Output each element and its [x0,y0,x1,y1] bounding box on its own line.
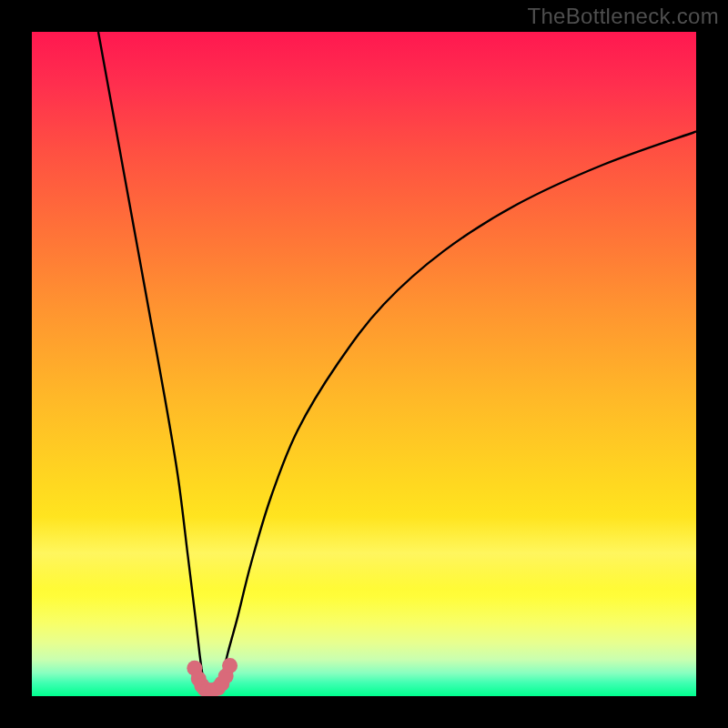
valley-marker-dot [222,658,238,673]
curve-right-branch [219,132,696,690]
valley-markers [187,658,238,696]
curve-left-branch [98,32,206,690]
plot-area [32,32,696,696]
curve-layer [32,32,696,696]
chart-frame: TheBottleneck.com [0,0,728,728]
watermark-text: TheBottleneck.com [527,4,719,29]
